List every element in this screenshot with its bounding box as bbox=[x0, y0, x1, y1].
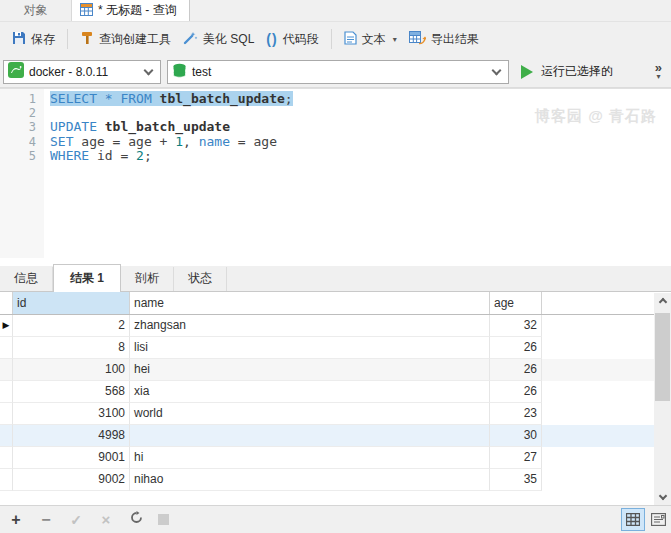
refresh-button[interactable] bbox=[128, 511, 144, 526]
snippet-button[interactable]: () 代码段 bbox=[260, 27, 324, 52]
toolbar: 保存 查询创建工具 美化 SQL () 代码段 文本 ▾ bbox=[0, 22, 671, 56]
row-selector[interactable] bbox=[0, 425, 13, 447]
table-row[interactable]: 100hei26 bbox=[0, 359, 671, 381]
grid-view-button[interactable] bbox=[621, 508, 645, 531]
cell-name[interactable]: lisi bbox=[130, 337, 490, 359]
apply-changes-button[interactable]: ✓ bbox=[68, 513, 84, 527]
cell-name[interactable]: hi bbox=[130, 447, 490, 469]
beautify-sql-button[interactable]: 美化 SQL bbox=[177, 27, 260, 52]
column-header-id[interactable]: id bbox=[13, 292, 130, 314]
row-selector[interactable] bbox=[0, 381, 13, 403]
row-selector[interactable]: ▶ bbox=[0, 315, 13, 337]
database-select[interactable]: test bbox=[167, 60, 509, 84]
cell-age[interactable]: 26 bbox=[490, 337, 542, 359]
code-line[interactable]: SET age = age + 1, name = age bbox=[50, 135, 671, 149]
sql-editor[interactable]: 12345 SELECT * FROM tbl_batch_update;UPD… bbox=[0, 88, 671, 258]
row-selector[interactable] bbox=[0, 359, 13, 381]
vertical-scrollbar[interactable] bbox=[654, 293, 671, 505]
play-icon bbox=[521, 65, 533, 79]
magic-wand-icon bbox=[183, 31, 198, 48]
cell-age[interactable]: 32 bbox=[490, 315, 542, 337]
cell-id[interactable]: 3100 bbox=[13, 403, 130, 425]
sql-token: id = bbox=[97, 148, 136, 163]
cell-age[interactable]: 30 bbox=[490, 425, 542, 447]
row-selector[interactable] bbox=[0, 469, 13, 491]
tab-query[interactable]: * 无标题 - 查询 bbox=[72, 0, 190, 21]
table-row[interactable]: 499830 bbox=[0, 425, 671, 447]
table-row[interactable]: 568xia26 bbox=[0, 381, 671, 403]
tab-profile[interactable]: 剖析 bbox=[121, 267, 174, 291]
table-row[interactable]: 3100world23 bbox=[0, 403, 671, 425]
result-tab-strip: 信息 结果 1 剖析 状态 bbox=[0, 266, 671, 292]
cell-name[interactable]: world bbox=[130, 403, 490, 425]
cell-id[interactable]: 8 bbox=[13, 337, 130, 359]
cell-name[interactable]: xia bbox=[130, 381, 490, 403]
connection-select[interactable]: docker - 8.0.11 bbox=[3, 60, 161, 84]
cell-age[interactable]: 23 bbox=[490, 403, 542, 425]
export-result-button[interactable]: 导出结果 bbox=[403, 26, 485, 52]
cell-id[interactable]: 2 bbox=[13, 315, 130, 337]
save-icon bbox=[12, 31, 26, 48]
scroll-down-icon[interactable] bbox=[654, 490, 671, 505]
cell-age[interactable]: 35 bbox=[490, 469, 542, 491]
cell-name[interactable] bbox=[130, 425, 490, 447]
query-builder-button[interactable]: 查询创建工具 bbox=[74, 27, 177, 52]
row-selector[interactable] bbox=[0, 337, 13, 359]
sql-token: 2 bbox=[136, 148, 144, 163]
delete-record-button[interactable]: − bbox=[38, 513, 54, 527]
cell-age[interactable]: 27 bbox=[490, 447, 542, 469]
toolbar-overflow-button[interactable]: » ▾ bbox=[655, 63, 662, 81]
beautify-sql-label: 美化 SQL bbox=[203, 31, 254, 48]
column-header-name[interactable]: name bbox=[130, 292, 490, 314]
text-mode-label: 文本 bbox=[362, 31, 386, 48]
row-selector[interactable] bbox=[0, 403, 13, 425]
cell-name[interactable]: zhangsan bbox=[130, 315, 490, 337]
sql-token: SELECT * FROM bbox=[50, 91, 160, 106]
code-line[interactable]: SELECT * FROM tbl_batch_update; bbox=[50, 92, 671, 106]
sql-token: tbl_batch_update bbox=[160, 91, 285, 106]
stop-button[interactable] bbox=[158, 514, 169, 525]
cell-id[interactable]: 4998 bbox=[13, 425, 130, 447]
cell-name[interactable]: hei bbox=[130, 359, 490, 381]
scrollbar-thumb[interactable] bbox=[655, 313, 670, 401]
cell-id[interactable]: 9002 bbox=[13, 469, 130, 491]
tab-objects[interactable]: 对象 bbox=[0, 0, 72, 21]
tab-query-label: * 无标题 - 查询 bbox=[98, 2, 177, 19]
column-header-age[interactable]: age bbox=[490, 292, 542, 314]
save-label: 保存 bbox=[31, 31, 55, 48]
discard-changes-button[interactable]: × bbox=[98, 513, 114, 527]
cell-id[interactable]: 568 bbox=[13, 381, 130, 403]
table-row[interactable]: ▶2zhangsan32 bbox=[0, 315, 671, 337]
text-mode-dropdown-icon[interactable]: ▾ bbox=[393, 35, 397, 44]
table-row[interactable]: 8lisi26 bbox=[0, 337, 671, 359]
tab-status[interactable]: 状态 bbox=[174, 267, 227, 291]
form-view-button[interactable] bbox=[646, 508, 670, 531]
text-mode-button[interactable]: 文本 ▾ bbox=[338, 27, 403, 52]
tab-info[interactable]: 信息 bbox=[0, 267, 53, 291]
save-button[interactable]: 保存 bbox=[6, 27, 61, 52]
cell-name[interactable]: nihao bbox=[130, 469, 490, 491]
cell-age[interactable]: 26 bbox=[490, 359, 542, 381]
cell-id[interactable]: 100 bbox=[13, 359, 130, 381]
tab-result-1[interactable]: 结果 1 bbox=[53, 264, 121, 292]
database-icon bbox=[172, 63, 187, 81]
record-toolbar: + − ✓ × bbox=[0, 505, 671, 533]
table-row[interactable]: 9002nihao35 bbox=[0, 469, 671, 491]
window-tab-strip: 对象 * 无标题 - 查询 bbox=[0, 0, 671, 22]
scroll-up-icon[interactable] bbox=[654, 293, 671, 308]
cell-id[interactable]: 9001 bbox=[13, 447, 130, 469]
tab-objects-label: 对象 bbox=[24, 2, 48, 19]
code-snippet-icon: () bbox=[266, 31, 277, 47]
mysql-connection-icon bbox=[8, 62, 24, 81]
chevron-down-icon bbox=[144, 65, 154, 75]
line-number: 1 bbox=[0, 92, 44, 106]
code-line[interactable]: WHERE id = 2; bbox=[50, 149, 671, 163]
add-record-button[interactable]: + bbox=[8, 513, 24, 527]
cell-age[interactable]: 26 bbox=[490, 381, 542, 403]
row-selector[interactable] bbox=[0, 447, 13, 469]
header-row-selector[interactable] bbox=[0, 292, 13, 314]
line-number: 3 bbox=[0, 120, 44, 134]
table-row[interactable]: 9001hi27 bbox=[0, 447, 671, 469]
run-selected-button[interactable]: 运行已选择的 bbox=[521, 63, 613, 80]
toolbar-separator bbox=[67, 29, 68, 49]
